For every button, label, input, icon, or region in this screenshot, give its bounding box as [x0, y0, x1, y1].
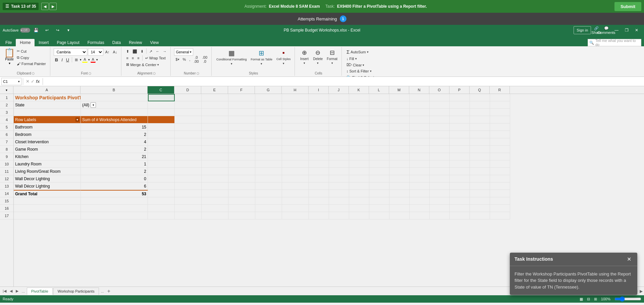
cell-m17[interactable] — [389, 212, 410, 219]
cell-j12[interactable] — [329, 175, 349, 183]
cell-h3[interactable] — [282, 109, 309, 116]
redo-button[interactable]: ↪ — [53, 26, 62, 34]
customize-qat-button[interactable]: ▾ — [64, 26, 73, 34]
nav-next-button[interactable]: ▶ — [49, 3, 57, 10]
cell-m4[interactable] — [389, 116, 410, 123]
cell-c7[interactable] — [148, 138, 175, 146]
task-instructions-close-button[interactable]: ✕ — [626, 256, 633, 262]
cell-j16[interactable] — [329, 205, 349, 212]
cell-l16[interactable] — [369, 205, 389, 212]
cell-k17[interactable] — [349, 212, 369, 219]
cell-n1[interactable] — [410, 94, 430, 101]
view-page-break-icon[interactable]: ⊞ — [594, 297, 597, 301]
cell-j10[interactable] — [329, 160, 349, 168]
cell-r14[interactable] — [490, 190, 510, 197]
cell-n7[interactable] — [410, 138, 430, 146]
row-num-5[interactable]: 5 — [0, 123, 13, 131]
cell-p10[interactable] — [450, 160, 470, 168]
cell-g17[interactable] — [255, 212, 282, 219]
cell-i17[interactable] — [309, 212, 329, 219]
cell-n5[interactable] — [410, 123, 430, 131]
cell-a1[interactable]: Workshop Participants PivotTable — [14, 94, 81, 101]
cell-d5[interactable] — [175, 123, 202, 131]
italic-button[interactable]: I — [60, 57, 64, 63]
tab-formulas[interactable]: Formulas — [84, 39, 108, 46]
cell-f7[interactable] — [228, 138, 255, 146]
tab-home[interactable]: Home — [16, 39, 35, 46]
cell-o17[interactable] — [430, 212, 450, 219]
cell-g5[interactable] — [255, 123, 282, 131]
underline-button[interactable]: U — [65, 57, 70, 63]
hamburger-menu[interactable]: ☰ Task 13 of 35 — [3, 3, 39, 10]
cell-e13[interactable] — [202, 183, 228, 190]
cell-r12[interactable] — [490, 175, 510, 183]
cell-e8[interactable] — [202, 146, 228, 153]
sheet-nav-prev[interactable]: ◀ — [8, 288, 14, 294]
cell-e2[interactable] — [202, 101, 228, 109]
cell-m2[interactable] — [389, 101, 410, 109]
cell-k1[interactable] — [349, 94, 369, 101]
cell-h11[interactable] — [282, 168, 309, 175]
cell-m6[interactable] — [389, 131, 410, 138]
col-header-k[interactable]: K — [349, 86, 369, 94]
sheet-nav-more[interactable]: ... — [20, 289, 26, 294]
cell-k5[interactable] — [349, 123, 369, 131]
cell-p17[interactable] — [450, 212, 470, 219]
cell-m16[interactable] — [389, 205, 410, 212]
cell-g12[interactable] — [255, 175, 282, 183]
zoom-slider[interactable] — [614, 296, 641, 302]
font-name-select[interactable]: Cambria — [54, 48, 87, 56]
cell-k16[interactable] — [349, 205, 369, 212]
cell-a5[interactable]: Bathroom — [14, 123, 81, 131]
cell-l1[interactable] — [369, 94, 389, 101]
cell-n3[interactable] — [410, 109, 430, 116]
cell-a2[interactable]: State — [14, 101, 81, 109]
cell-m8[interactable] — [389, 146, 410, 153]
fill-button[interactable]: ↓ Fill ▾ — [345, 56, 358, 61]
insert-cells-button[interactable]: ⊕ Insert ▾ — [298, 48, 310, 65]
minimize-button[interactable]: — — [612, 26, 621, 34]
cell-k7[interactable] — [349, 138, 369, 146]
cell-e3[interactable] — [202, 109, 228, 116]
cell-j17[interactable] — [329, 212, 349, 219]
cell-f11[interactable] — [228, 168, 255, 175]
cell-e6[interactable] — [202, 131, 228, 138]
cell-p5[interactable] — [450, 123, 470, 131]
tab-review[interactable]: Review — [125, 39, 146, 46]
cell-h5[interactable] — [282, 123, 309, 131]
cell-h15[interactable] — [282, 197, 309, 205]
align-top-button[interactable]: ⬆ — [125, 48, 130, 54]
cell-c3[interactable] — [148, 109, 175, 116]
cell-m9[interactable] — [389, 153, 410, 160]
cell-p8[interactable] — [450, 146, 470, 153]
cell-e15[interactable] — [202, 197, 228, 205]
cell-q10[interactable] — [470, 160, 490, 168]
align-right-button[interactable]: ≡ — [136, 55, 141, 61]
cell-k6[interactable] — [349, 131, 369, 138]
row-num-15[interactable]: 15 — [0, 197, 13, 205]
format-as-table-button[interactable]: ⊞ Format as Table ▾ — [250, 48, 274, 66]
sheet-nav-next[interactable]: ▶ — [14, 288, 20, 294]
cell-l15[interactable] — [369, 197, 389, 205]
cell-q12[interactable] — [470, 175, 490, 183]
cell-f15[interactable] — [228, 197, 255, 205]
cell-d8[interactable] — [175, 146, 202, 153]
row-num-3[interactable]: 3 — [0, 109, 13, 116]
cell-l14[interactable] — [369, 190, 389, 197]
align-middle-button[interactable]: ⬛ — [131, 48, 139, 54]
formula-input[interactable] — [44, 77, 643, 86]
sign-in-button[interactable]: Sign in — [574, 26, 591, 34]
col-header-l[interactable]: L — [369, 86, 389, 94]
cell-m7[interactable] — [389, 138, 410, 146]
cell-c16[interactable] — [148, 205, 175, 212]
cell-b3[interactable] — [81, 109, 148, 116]
cell-i12[interactable] — [309, 175, 329, 183]
cell-o1[interactable] — [430, 94, 450, 101]
save-button[interactable]: 💾 — [32, 26, 41, 34]
cell-i11[interactable] — [309, 168, 329, 175]
cell-p12[interactable] — [450, 175, 470, 183]
cell-n9[interactable] — [410, 153, 430, 160]
cell-a11[interactable]: Living Room/Great Room — [14, 168, 81, 175]
cell-m14[interactable] — [389, 190, 410, 197]
cell-j9[interactable] — [329, 153, 349, 160]
